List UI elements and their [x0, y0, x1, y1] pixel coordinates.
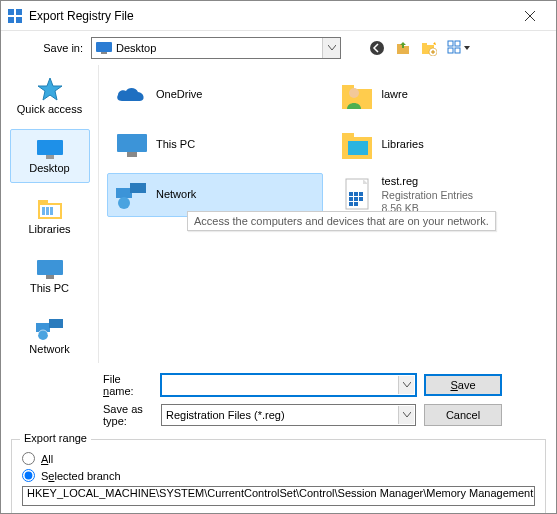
- svg-rect-40: [130, 183, 146, 193]
- svg-rect-49: [349, 202, 353, 206]
- svg-rect-27: [46, 275, 54, 279]
- svg-rect-26: [37, 260, 63, 275]
- save-in-row: Save in: Desktop: [1, 31, 556, 65]
- close-button[interactable]: [510, 1, 550, 31]
- svg-rect-35: [127, 152, 137, 157]
- file-item[interactable]: lawre: [333, 73, 549, 117]
- svg-rect-6: [96, 42, 112, 52]
- svg-rect-23: [42, 207, 45, 215]
- quick-access-icon: [37, 77, 63, 101]
- save-in-combo[interactable]: Desktop: [91, 37, 341, 59]
- branch-path-input[interactable]: HKEY_LOCAL_MACHINE\SYSTEM\CurrentControl…: [22, 486, 535, 506]
- libraries-folder-icon: [338, 129, 378, 161]
- svg-rect-45: [359, 192, 363, 196]
- svg-rect-7: [101, 52, 107, 54]
- user-folder-icon: [338, 79, 378, 111]
- svg-rect-24: [46, 207, 49, 215]
- save-button[interactable]: Save: [424, 374, 502, 396]
- filename-input[interactable]: [161, 374, 416, 396]
- svg-rect-16: [448, 48, 453, 53]
- export-all-radio[interactable]: All: [22, 452, 535, 465]
- sidebar-item-desktop[interactable]: Desktop: [10, 129, 90, 183]
- places-sidebar: Quick access Desktop Libraries This PC N…: [1, 65, 99, 363]
- network-icon: [112, 180, 152, 210]
- svg-rect-44: [354, 192, 358, 196]
- svg-rect-25: [50, 207, 53, 215]
- svg-rect-48: [359, 197, 363, 201]
- file-item[interactable]: This PC: [107, 123, 323, 167]
- svg-rect-39: [116, 188, 132, 198]
- desktop-icon: [35, 138, 65, 160]
- svg-rect-38: [348, 141, 368, 155]
- sidebar-item-quick-access[interactable]: Quick access: [10, 69, 90, 123]
- svg-rect-2: [8, 17, 14, 23]
- svg-rect-18: [37, 140, 63, 155]
- new-folder-icon[interactable]: [421, 40, 437, 56]
- cancel-button[interactable]: Cancel: [424, 404, 502, 426]
- chevron-down-icon[interactable]: [398, 406, 414, 424]
- save-as-type-combo[interactable]: Registration Files (*.reg): [161, 404, 416, 426]
- toolbar: [369, 40, 471, 56]
- back-icon[interactable]: [369, 40, 385, 56]
- svg-rect-3: [16, 17, 22, 23]
- svg-rect-19: [46, 155, 54, 159]
- sidebar-item-this-pc[interactable]: This PC: [10, 249, 90, 303]
- svg-rect-17: [455, 48, 460, 53]
- svg-rect-1: [16, 9, 22, 15]
- svg-point-8: [370, 41, 384, 55]
- export-selected-branch-radio[interactable]: Selected branch: [22, 469, 535, 482]
- libraries-icon: [36, 197, 64, 221]
- export-range-legend: Export range: [20, 432, 91, 444]
- svg-rect-37: [342, 133, 354, 139]
- svg-rect-34: [117, 134, 147, 152]
- onedrive-icon: [112, 83, 152, 107]
- svg-rect-43: [349, 192, 353, 196]
- this-pc-icon: [35, 258, 65, 280]
- save-in-label: Save in:: [13, 42, 83, 54]
- chevron-down-icon[interactable]: [398, 376, 414, 394]
- desktop-icon: [96, 42, 112, 54]
- save-as-type-label: Save as type:: [13, 403, 153, 427]
- svg-rect-12: [422, 43, 427, 46]
- sidebar-item-network[interactable]: Network: [10, 309, 90, 363]
- svg-rect-47: [354, 197, 358, 201]
- window-title: Export Registry File: [29, 9, 510, 23]
- file-listing[interactable]: OneDrive lawre This PC Libraries: [99, 65, 556, 363]
- app-icon: [7, 8, 23, 24]
- chevron-down-icon[interactable]: [322, 38, 340, 58]
- tooltip: Access the computers and devices that ar…: [187, 211, 496, 231]
- titlebar: Export Registry File: [1, 1, 556, 31]
- export-range-group: Export range All Selected branch HKEY_LO…: [11, 439, 546, 514]
- save-in-value: Desktop: [116, 42, 156, 54]
- svg-rect-50: [354, 202, 358, 206]
- svg-rect-29: [49, 319, 63, 328]
- up-level-icon[interactable]: [395, 40, 411, 56]
- main-area: Quick access Desktop Libraries This PC N…: [1, 65, 556, 363]
- svg-point-33: [349, 88, 359, 98]
- svg-rect-21: [38, 200, 48, 205]
- svg-rect-0: [8, 9, 14, 15]
- this-pc-icon: [112, 131, 152, 159]
- view-menu-icon[interactable]: [447, 40, 471, 56]
- svg-rect-14: [448, 41, 453, 46]
- network-icon: [35, 317, 65, 341]
- form-area: File name: Save Save as type: Registrati…: [1, 363, 556, 431]
- svg-rect-15: [455, 41, 460, 46]
- file-item[interactable]: OneDrive: [107, 73, 323, 117]
- sidebar-item-libraries[interactable]: Libraries: [10, 189, 90, 243]
- svg-rect-46: [349, 197, 353, 201]
- filename-label: File name:: [13, 373, 153, 397]
- svg-point-41: [118, 197, 130, 209]
- reg-file-icon: [338, 178, 378, 212]
- file-item[interactable]: Libraries: [333, 123, 549, 167]
